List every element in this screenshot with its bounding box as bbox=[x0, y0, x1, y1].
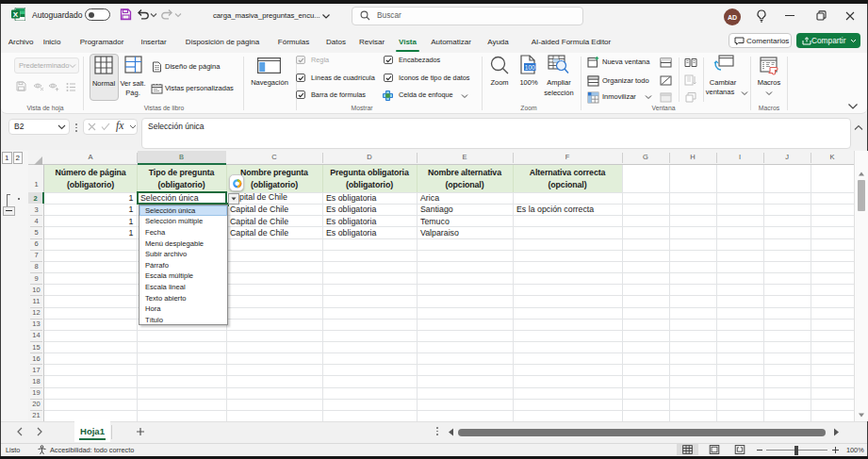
svg-text:100: 100 bbox=[525, 64, 535, 71]
svg-text:X: X bbox=[13, 10, 19, 19]
